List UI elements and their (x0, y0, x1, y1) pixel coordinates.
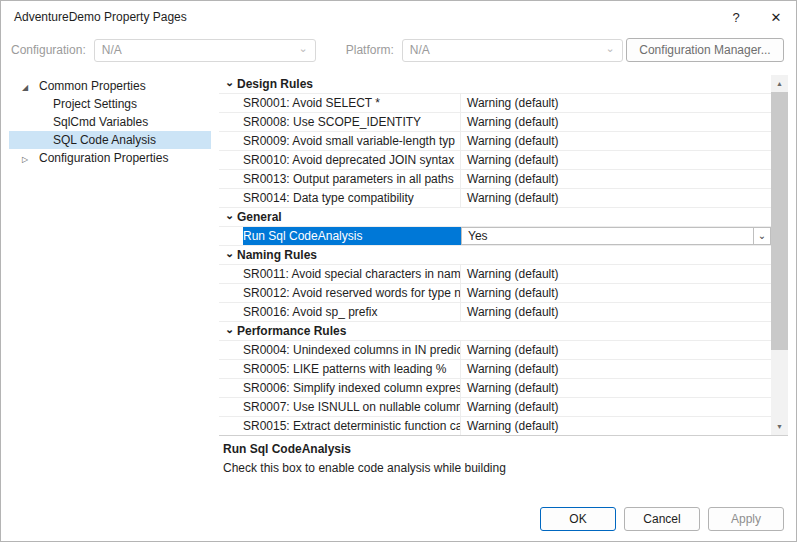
property-row-sr0007[interactable]: SR0007: Use ISNULL on nullable columnWar… (219, 398, 771, 417)
property-row-sr0013[interactable]: SR0013: Output parameters in all pathsWa… (219, 170, 771, 189)
ok-button[interactable]: OK (540, 507, 616, 531)
property-row-sr0004[interactable]: SR0004: Unindexed columns in IN predicWa… (219, 341, 771, 360)
property-row-sr0006[interactable]: SR0006: Simplify indexed column expresWa… (219, 379, 771, 398)
row-indent (219, 417, 243, 435)
property-grid-wrap: ⌄Design RulesSR0001: Avoid SELECT *Warni… (219, 75, 788, 435)
property-name[interactable]: SR0004: Unindexed columns in IN predic (243, 341, 461, 359)
tree-item-label: SQL Code Analysis (53, 133, 156, 147)
platform-value: N/A (410, 43, 430, 57)
collapse-section-icon[interactable]: ⌄ (219, 75, 237, 91)
description-text: Check this box to enable code analysis w… (223, 461, 784, 475)
platform-dropdown: N/A ⌄ (402, 39, 623, 62)
property-value[interactable]: Warning (default) (461, 132, 771, 150)
row-indent (219, 132, 243, 150)
property-value[interactable]: Warning (default) (461, 303, 771, 321)
property-name[interactable]: SR0006: Simplify indexed column expres (243, 379, 461, 397)
property-value[interactable]: Warning (default) (461, 379, 771, 397)
row-indent (219, 303, 243, 321)
property-name[interactable]: SR0005: LIKE patterns with leading % (243, 360, 461, 378)
scroll-down-icon[interactable]: ▼ (771, 418, 788, 435)
property-name[interactable]: SR0015: Extract deterministic function c… (243, 417, 461, 435)
collapse-arrow-icon[interactable]: ◢ (22, 79, 39, 97)
tree-item-project-settings[interactable]: Project Settings (9, 95, 211, 113)
section-title: Design Rules (237, 75, 313, 93)
chevron-down-icon: ⌄ (299, 42, 308, 55)
collapse-section-icon[interactable]: ⌄ (219, 244, 237, 262)
property-value[interactable]: Warning (default) (461, 151, 771, 169)
collapse-section-icon[interactable]: ⌄ (219, 206, 237, 224)
property-value[interactable]: Warning (default) (461, 341, 771, 359)
property-name[interactable]: Run Sql CodeAnalysis (243, 227, 461, 245)
property-row-sr0001[interactable]: SR0001: Avoid SELECT *Warning (default) (219, 94, 771, 113)
row-indent (219, 379, 243, 397)
property-value[interactable]: Warning (default) (461, 284, 771, 302)
property-row-sr0011[interactable]: SR0011: Avoid special characters in namW… (219, 265, 771, 284)
expand-arrow-icon[interactable]: ▷ (22, 151, 39, 169)
property-grid: ⌄Design RulesSR0001: Avoid SELECT *Warni… (219, 75, 771, 435)
property-row-sr0012[interactable]: SR0012: Avoid reserved words for type nW… (219, 284, 771, 303)
property-row-sr0008[interactable]: SR0008: Use SCOPE_IDENTITYWarning (defau… (219, 113, 771, 132)
section-title: Naming Rules (237, 246, 317, 264)
section-header-design-rules[interactable]: ⌄Design Rules (219, 75, 771, 94)
grid-scrollbar[interactable]: ▲ ▼ (771, 75, 788, 435)
collapse-section-icon[interactable]: ⌄ (219, 320, 237, 338)
property-name[interactable]: SR0012: Avoid reserved words for type n (243, 284, 461, 302)
property-row-sr0009[interactable]: SR0009: Avoid small variable-length typW… (219, 132, 771, 151)
property-name[interactable]: SR0013: Output parameters in all paths (243, 170, 461, 188)
property-row-sr0005[interactable]: SR0005: LIKE patterns with leading %Warn… (219, 360, 771, 379)
section-header-performance-rules[interactable]: ⌄Performance Rules (219, 322, 771, 341)
dropdown-button-icon[interactable]: ⌄ (753, 228, 770, 244)
property-name[interactable]: SR0008: Use SCOPE_IDENTITY (243, 113, 461, 131)
property-name[interactable]: SR0001: Avoid SELECT * (243, 94, 461, 112)
property-name[interactable]: SR0014: Data type compatibility (243, 189, 461, 207)
section-title: General (237, 208, 282, 226)
footer: OK Cancel Apply (1, 497, 796, 541)
section-title: Performance Rules (237, 322, 346, 340)
property-name[interactable]: SR0009: Avoid small variable-length typ (243, 132, 461, 150)
property-row-sr0015[interactable]: SR0015: Extract deterministic function c… (219, 417, 771, 435)
property-pages-dialog: AdventureDemo Property Pages ? ✕ Configu… (0, 0, 797, 542)
cancel-button[interactable]: Cancel (624, 507, 700, 531)
property-row-sr0016[interactable]: SR0016: Avoid sp_ prefixWarning (default… (219, 303, 771, 322)
tree-item-sql-code-analysis[interactable]: SQL Code Analysis (9, 131, 211, 149)
property-value[interactable]: Warning (default) (461, 265, 771, 283)
configuration-manager-button[interactable]: Configuration Manager... (626, 38, 784, 62)
property-row-run-sql-codeanalysis[interactable]: Run Sql CodeAnalysisYes⌄ (219, 227, 771, 246)
property-name[interactable]: SR0011: Avoid special characters in nam (243, 265, 461, 283)
scroll-up-icon[interactable]: ▲ (771, 75, 788, 92)
main-area: ◢Common PropertiesProject SettingsSqlCmd… (1, 67, 796, 497)
close-icon[interactable]: ✕ (756, 1, 796, 33)
tree-item-label: Project Settings (53, 97, 137, 111)
section-header-naming-rules[interactable]: ⌄Naming Rules (219, 246, 771, 265)
property-value[interactable]: Warning (default) (461, 417, 771, 435)
value-text: Yes (462, 227, 488, 245)
apply-button[interactable]: Apply (708, 507, 784, 531)
help-icon[interactable]: ? (716, 1, 756, 33)
right-panel: ⌄Design RulesSR0001: Avoid SELECT *Warni… (219, 75, 788, 497)
row-indent (219, 189, 243, 207)
row-indent (219, 265, 243, 283)
property-name[interactable]: SR0010: Avoid deprecated JOIN syntax (243, 151, 461, 169)
property-row-sr0014[interactable]: SR0014: Data type compatibilityWarning (… (219, 189, 771, 208)
property-name[interactable]: SR0007: Use ISNULL on nullable column (243, 398, 461, 416)
property-value[interactable]: Warning (default) (461, 189, 771, 207)
scrollbar-thumb[interactable] (771, 92, 788, 350)
property-value[interactable]: Warning (default) (461, 360, 771, 378)
property-value[interactable]: Warning (default) (461, 94, 771, 112)
tree-item-label: Common Properties (39, 79, 146, 93)
property-row-sr0010[interactable]: SR0010: Avoid deprecated JOIN syntaxWarn… (219, 151, 771, 170)
tree-item-common-properties[interactable]: ◢Common Properties (9, 77, 211, 95)
row-indent (219, 360, 243, 378)
property-value[interactable]: Warning (default) (461, 398, 771, 416)
section-header-general[interactable]: ⌄General (219, 208, 771, 227)
category-tree: ◢Common PropertiesProject SettingsSqlCmd… (9, 75, 211, 497)
row-indent (219, 227, 243, 245)
property-name[interactable]: SR0016: Avoid sp_ prefix (243, 303, 461, 321)
row-indent (219, 151, 243, 169)
property-value[interactable]: Warning (default) (461, 170, 771, 188)
tree-item-sqlcmd-variables[interactable]: SqlCmd Variables (9, 113, 211, 131)
tree-item-configuration-properties[interactable]: ▷Configuration Properties (9, 149, 211, 167)
property-value[interactable]: Warning (default) (461, 113, 771, 131)
property-value[interactable]: Yes⌄ (461, 227, 771, 245)
row-indent (219, 94, 243, 112)
